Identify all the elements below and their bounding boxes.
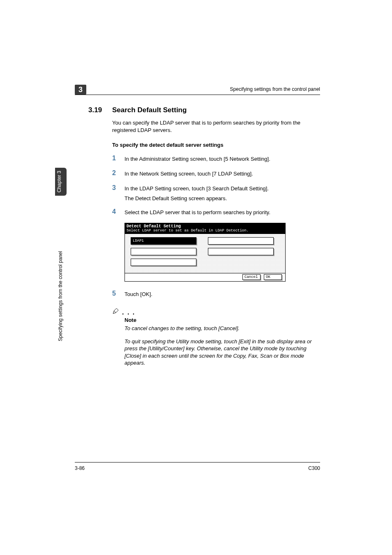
note-paragraph-1: To cancel changes to the setting, touch … <box>125 325 320 332</box>
screenshot-titlebar: Detect Default Setting <box>125 223 285 229</box>
step-number: 2 <box>112 169 116 177</box>
side-vertical-caption: Specifying settings from the control pan… <box>58 206 64 341</box>
step-2: 2 In the Network Setting screen, touch [… <box>112 170 320 178</box>
step-3: 3 In the LDAP Setting screen, touch [3 S… <box>112 185 320 201</box>
ldap-server-option-5[interactable] <box>131 259 196 266</box>
ldap-server-option-1[interactable]: LDAP1 <box>131 237 196 245</box>
screenshot-body: LDAP1 <box>125 234 285 273</box>
step-number: 1 <box>112 155 116 162</box>
note-title: Note <box>125 317 320 323</box>
page: Chapter 3 Specifying settings from the c… <box>0 0 392 555</box>
header-rule <box>75 95 320 95</box>
step-text: Select the LDAP server that is to perfor… <box>125 209 320 216</box>
note-ellipsis-icon: . . . <box>122 309 135 316</box>
intro-paragraph: You can specify the LDAP server that is … <box>112 119 320 134</box>
content-area: 3.19 Search Default Setting You can spec… <box>88 106 320 367</box>
ldap-server-option-3[interactable] <box>131 248 196 255</box>
svg-line-0 <box>114 311 116 313</box>
note-paragraph-2: To quit specifying the Utility mode sett… <box>125 338 320 367</box>
page-number: 3-86 <box>75 465 85 471</box>
note-icon-row: . . . <box>112 307 320 316</box>
step-5: 5 Touch [OK]. <box>112 291 320 298</box>
ok-button[interactable]: OK <box>264 274 282 280</box>
ldap-server-option-2[interactable] <box>208 237 274 245</box>
section-number: 3.19 <box>88 106 102 114</box>
step-1: 1 In the Administrator Setting screen, t… <box>112 155 320 163</box>
step-subtext: The Detect Default Setting screen appear… <box>125 195 320 201</box>
step-text: Touch [OK]. <box>125 291 320 298</box>
step-number: 4 <box>112 208 116 215</box>
side-chapter-label: Chapter 3 <box>56 169 65 195</box>
step-text: In the Network Setting screen, touch [7 … <box>125 170 320 178</box>
embedded-screenshot: Detect Default Setting Select LDAP serve… <box>125 223 286 282</box>
footer-rule <box>75 462 320 462</box>
procedure-subhead: To specify the detect default server set… <box>112 142 320 148</box>
running-header: Specifying settings from the control pan… <box>230 86 320 92</box>
pen-icon <box>112 307 120 316</box>
step-4: 4 Select the LDAP server that is to perf… <box>112 209 320 216</box>
step-text: In the Administrator Setting screen, tou… <box>125 155 320 163</box>
chapter-number-badge: 3 <box>75 85 86 95</box>
step-number: 5 <box>112 290 116 297</box>
screenshot-footer: Cancel OK <box>125 273 285 281</box>
step-text: In the LDAP Setting screen, touch [3 Sea… <box>125 185 320 192</box>
section-heading-row: 3.19 Search Default Setting <box>88 106 320 114</box>
cancel-button[interactable]: Cancel <box>242 274 261 280</box>
screenshot-subtitle: Select LDAP server to set as Default in … <box>125 229 285 234</box>
step-number: 3 <box>112 184 116 192</box>
ldap-server-option-4[interactable] <box>208 248 274 255</box>
section-title: Search Default Setting <box>112 106 320 114</box>
model-label: C300 <box>308 465 320 471</box>
